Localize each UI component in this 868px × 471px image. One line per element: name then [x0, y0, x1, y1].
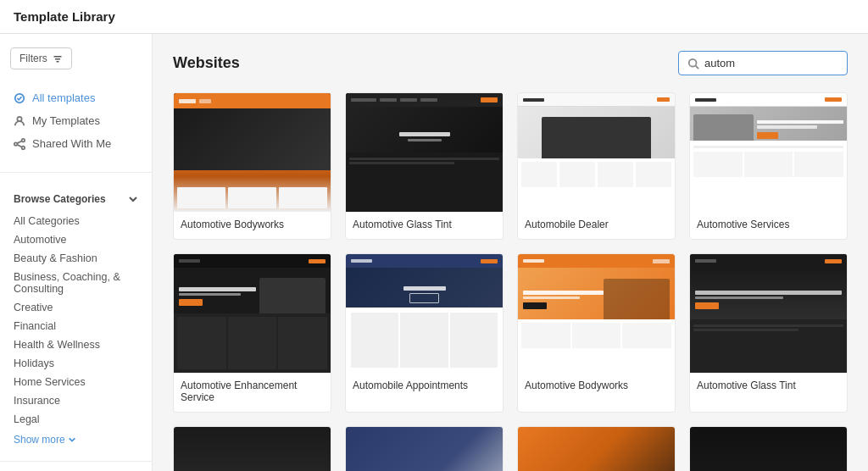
show-more-chevron-icon: [68, 435, 76, 444]
template-card-10[interactable]: [345, 426, 504, 471]
svg-point-7: [22, 146, 25, 149]
template-name-5: Automotive Enhancement Service: [174, 373, 331, 412]
template-card-2[interactable]: Automotive Glass Tint: [345, 92, 504, 240]
browse-categories-section: Browse Categories All Categories Automot…: [0, 183, 152, 451]
content-header: Websites: [173, 51, 848, 75]
template-card-1[interactable]: Automotive Bodyworks: [173, 92, 331, 240]
category-creative[interactable]: Creative: [14, 298, 138, 317]
filters-button[interactable]: Filters: [10, 47, 72, 69]
template-thumb-7: [518, 254, 675, 373]
content-area: Websites: [153, 34, 868, 471]
check-circle-icon: [14, 92, 25, 104]
template-name-8: Automotive Glass Tint: [690, 373, 847, 400]
filters-label: Filters: [19, 53, 47, 64]
shared-with-me-label: Shared With Me: [32, 137, 111, 150]
category-business[interactable]: Business, Coaching, & Consulting: [14, 268, 138, 298]
search-box: [678, 51, 848, 75]
template-thumb-12: [690, 427, 847, 471]
sidebar-item-shared-with-me[interactable]: Shared With Me: [0, 132, 152, 155]
template-thumb-8: [690, 254, 847, 373]
template-card-8[interactable]: Automotive Glass Tint: [689, 253, 848, 413]
sidebar-navigation: All templates My Templates Shared Wit: [0, 80, 152, 162]
template-name-3: Automobile Dealer: [518, 212, 675, 239]
templates-grid-row2: Automotive Enhancement Service: [173, 253, 848, 413]
template-thumb-6: [346, 254, 503, 373]
template-thumb-9: [174, 427, 331, 471]
chevron-down-icon: [128, 194, 138, 204]
templates-grid-row1: Automotive Bodyworks: [173, 92, 848, 240]
sidebar-divider-2: [0, 461, 152, 462]
template-card-12[interactable]: [689, 426, 848, 471]
template-card-6[interactable]: Automobile Appointments: [345, 253, 504, 413]
template-thumb-10: [346, 427, 503, 471]
svg-line-9: [17, 144, 21, 147]
template-thumb-4: [690, 93, 847, 212]
template-name-2: Automotive Glass Tint: [346, 212, 503, 239]
svg-line-8: [17, 141, 21, 143]
template-thumb-2: [346, 93, 503, 212]
search-input[interactable]: [704, 57, 838, 69]
content-title: Websites: [173, 54, 240, 72]
template-card-7[interactable]: Automotive Bodyworks: [517, 253, 676, 413]
category-all[interactable]: All Categories: [14, 212, 138, 230]
template-card-9[interactable]: [173, 426, 331, 471]
template-card-3[interactable]: Automobile Dealer: [517, 92, 676, 240]
template-card-5[interactable]: Automotive Enhancement Service: [173, 253, 331, 413]
category-legal[interactable]: Legal: [14, 410, 138, 429]
sidebar: Filters All templates: [0, 34, 153, 471]
category-insurance[interactable]: Insurance: [14, 391, 138, 410]
category-home-services[interactable]: Home Services: [14, 373, 138, 391]
svg-point-10: [689, 58, 697, 66]
svg-line-11: [696, 65, 699, 69]
template-thumb-1: [174, 93, 331, 212]
sidebar-divider: [0, 172, 152, 173]
sidebar-item-all-templates[interactable]: All templates: [0, 86, 152, 109]
main-layout: Filters All templates: [0, 34, 868, 471]
template-name-4: Automotive Services: [690, 212, 847, 239]
my-templates-label: My Templates: [32, 114, 100, 127]
filter-icon: [53, 53, 63, 64]
show-more-button[interactable]: Show more: [14, 429, 138, 446]
category-automotive[interactable]: Automotive: [14, 230, 138, 249]
templates-grid-row3: [173, 426, 848, 471]
sidebar-item-my-templates[interactable]: My Templates: [0, 109, 152, 132]
svg-point-6: [14, 142, 18, 146]
template-name-6: Automobile Appointments: [346, 373, 503, 400]
template-thumb-3: [518, 93, 675, 212]
svg-point-5: [22, 138, 25, 141]
template-thumb-11: [518, 427, 675, 471]
app-header: Template Library: [0, 0, 868, 34]
search-icon: [687, 58, 699, 69]
all-templates-label: All templates: [32, 91, 95, 104]
template-name-1: Automotive Bodyworks: [174, 212, 331, 239]
browse-categories-label: Browse Categories: [14, 193, 106, 205]
category-health[interactable]: Health & Wellness: [14, 335, 138, 354]
template-thumb-5: [174, 254, 331, 373]
template-name-7: Automotive Bodyworks: [518, 373, 675, 400]
sidebar-filters-section: Filters: [0, 47, 152, 80]
share-icon: [14, 138, 25, 150]
category-beauty[interactable]: Beauty & Fashion: [14, 249, 138, 268]
category-financial[interactable]: Financial: [14, 317, 138, 335]
show-more-label: Show more: [14, 434, 65, 446]
category-holidays[interactable]: Holidays: [14, 354, 138, 373]
user-icon: [14, 115, 25, 127]
template-card-11[interactable]: [517, 426, 676, 471]
browse-categories-header[interactable]: Browse Categories: [14, 193, 138, 205]
template-card-4[interactable]: Automotive Services: [689, 92, 848, 240]
page-title: Template Library: [14, 9, 115, 24]
